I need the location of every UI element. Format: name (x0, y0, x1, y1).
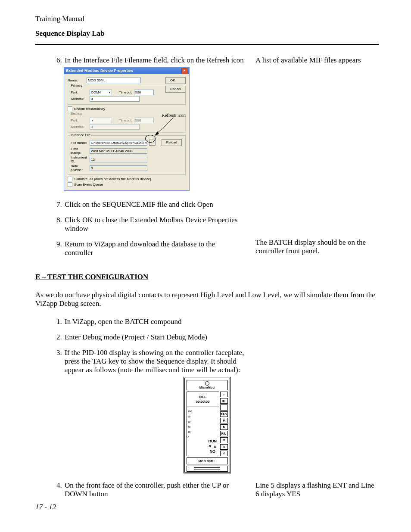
enable-redundancy-check[interactable]: Enable Redundancy (68, 106, 186, 111)
scan-event-check[interactable]: Scan Event Queue (68, 182, 186, 187)
section-e-head: E – TEST THE CONFIGURATION (35, 273, 379, 281)
step-d4-result: Line 5 displays a flashing ENT and Line … (255, 481, 379, 498)
instrument-id-value: 12 (90, 157, 147, 162)
primary-group-title: Primary (70, 84, 84, 87)
key-4[interactable]: ⎘ (220, 418, 228, 423)
refresh-circle-icon (145, 135, 156, 143)
dialog-title-bar: Extended Modbus Device Properties × (64, 68, 189, 74)
timestamp-value: Wed Mar 05 11:48:46 2008 (90, 148, 147, 154)
backup-group-title: Backup (70, 112, 83, 115)
step-8: Click OK to close the Extended Modbus De… (64, 216, 244, 233)
lcd-idle: IDLE (199, 395, 206, 399)
instrument-id-label: Instrument ID: (71, 156, 88, 163)
lcd-no: NO (208, 449, 217, 454)
key-7[interactable]: ⟳ (220, 437, 228, 443)
step-c2: Enter Debug mode (Project / Start Debug … (64, 333, 244, 342)
faceplate-brand: MicroMod (187, 380, 228, 390)
backup-timeout-input: 500 (134, 118, 154, 123)
name-input[interactable]: MOD 30ML (87, 78, 141, 83)
faceplate-model: MOD 30ML (187, 457, 228, 464)
faceplate-slot (187, 466, 228, 472)
keypad: ○ ◧ TAG ⎘ ↻ R/L ⟳ △ ▽ (220, 392, 228, 456)
key-tag[interactable]: TAG (220, 411, 228, 417)
modbus-dialog: Extended Modbus Device Properties × OK C… (64, 67, 190, 191)
address-label: Address: (71, 97, 88, 101)
datapoints-value: 3 (90, 165, 147, 171)
controller-faceplate: MicroMod IDLE 00:00:00 100 80 60 40 2 (184, 377, 231, 473)
steps-a: In the Interface File Filename field, cl… (35, 56, 244, 65)
step-9: Return to ViZapp and download the databa… (64, 240, 244, 257)
steps-d: On the front face of the controller, pus… (35, 481, 244, 498)
key-down[interactable]: ▽ (220, 451, 228, 456)
lcd-scale: 100 80 60 40 20 0 (188, 409, 192, 440)
filename-label: File name: (71, 141, 88, 145)
timestamp-label: Time stamp: (71, 147, 88, 155)
close-icon[interactable]: × (181, 68, 187, 74)
backup-address-input: 3 (90, 124, 140, 130)
address-input[interactable]: 3 (90, 96, 140, 102)
header-rule (35, 44, 379, 45)
header-sub: Sequence Display Lab (35, 29, 379, 38)
port-label: Port: (71, 90, 88, 94)
enable-redundancy-label: Enable Redundancy (74, 107, 105, 111)
timeout-input[interactable]: 500 (134, 90, 154, 95)
interface-file-title: Interface File (70, 133, 91, 137)
name-label: Name: (68, 78, 85, 82)
steps-c: In ViZapp, open the BATCH compound Enter… (35, 317, 244, 374)
ok-button[interactable]: OK (165, 77, 186, 84)
refresh-annotation: Refresh icon (162, 112, 186, 118)
step-6-result: A list of available MIF files appears (255, 56, 379, 65)
step-9-result: The BATCH display should be on the contr… (255, 238, 379, 255)
key-0[interactable]: ○ (220, 392, 228, 397)
lcd-time: 00:00:00 (196, 400, 209, 404)
timeout-label: Timeout: (119, 90, 132, 94)
step-7: Click on the SEQUENCE.MIF file and click… (64, 200, 244, 209)
backup-port-select (90, 118, 112, 123)
primary-group: Primary Port: COM4 Timeout: 500 Address:… (68, 86, 186, 105)
scan-event-label: Scan Event Queue (74, 183, 103, 187)
brand-text: MicroMod (199, 386, 215, 389)
step-c3: If the PID-100 display is showing on the… (64, 348, 244, 374)
key-2[interactable] (220, 404, 228, 410)
key-1[interactable]: ◧ (220, 398, 228, 404)
step-6: In the Interface File Filename field, cl… (64, 56, 244, 65)
key-up[interactable]: △ (220, 444, 228, 450)
step-c1: In ViZapp, open the BATCH compound (64, 317, 244, 326)
filename-input[interactable]: C:\MicroMod Data\ViZapp\PIDLAB.MIF (90, 140, 147, 146)
section-e-para: As we do not have physical digital conta… (35, 291, 379, 308)
interface-file-group: Interface File File name: C:\MicroMod Da… (68, 135, 186, 175)
backup-port-label: Port: (71, 118, 88, 122)
datapoints-label: Data points: (71, 164, 88, 172)
key-rl[interactable]: R/L (220, 431, 228, 436)
simulate-io-check[interactable]: Simulate I/O (does not access the Modbus… (68, 177, 186, 181)
page-number: 17 - 12 (35, 503, 56, 511)
reload-button[interactable]: Reload (162, 139, 182, 146)
backup-address-label: Address: (71, 125, 88, 129)
checkbox-icon (68, 182, 72, 187)
lcd-run: RUN (208, 439, 217, 444)
port-select[interactable]: COM4 (90, 90, 112, 95)
header-top: Training Manual (35, 15, 379, 23)
backup-timeout-label: Timeout: (119, 118, 132, 122)
steps-b: Click on the SEQUENCE.MIF file and click… (35, 200, 244, 257)
simulate-io-label: Simulate I/O (does not access the Modbus… (74, 177, 151, 181)
led-icon (205, 381, 209, 386)
key-5[interactable]: ↻ (220, 424, 228, 430)
lcd-arrows: ▼ ▲ (208, 444, 217, 449)
checkbox-icon (68, 177, 72, 181)
step-d4: On the front face of the controller, pus… (64, 481, 244, 498)
checkbox-icon (68, 106, 72, 111)
dialog-title: Extended Modbus Device Properties (66, 68, 133, 74)
lcd-screen: IDLE 00:00:00 100 80 60 40 20 0 (187, 392, 219, 456)
